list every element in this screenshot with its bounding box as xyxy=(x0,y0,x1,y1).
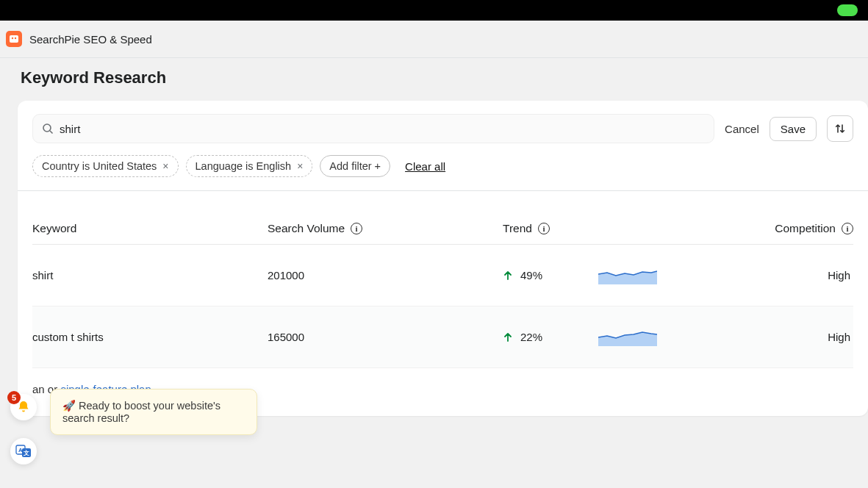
svg-rect-0 xyxy=(10,35,18,43)
add-filter-label: Add filter + xyxy=(329,160,381,172)
clear-all-link[interactable]: Clear all xyxy=(405,160,445,173)
app-header: SearchPie SEO & Speed xyxy=(0,21,868,58)
info-icon[interactable]: i xyxy=(351,223,362,234)
col-label: Competition xyxy=(775,222,836,235)
notification-bell-button[interactable]: 5 xyxy=(10,394,37,420)
table-row[interactable]: shirt 201000 49% High xyxy=(32,245,853,306)
col-label: Search Volume xyxy=(268,222,345,235)
filter-chip-country[interactable]: Country is United States × xyxy=(32,155,179,177)
add-filter-chip[interactable]: Add filter + xyxy=(320,155,390,177)
cell-sparkline xyxy=(598,326,745,348)
save-button[interactable]: Save xyxy=(770,117,817,141)
close-icon[interactable]: × xyxy=(162,160,168,172)
cell-trend: 22% xyxy=(503,331,598,343)
filter-chip-language[interactable]: Language is English × xyxy=(186,155,313,177)
results-table: Keyword Search Volume i Trend i Competit… xyxy=(32,213,853,368)
table-row[interactable]: custom t shirts 165000 22% High xyxy=(32,306,853,368)
filter-chip-label: Language is English xyxy=(196,160,292,172)
col-trend: Trend i xyxy=(503,222,598,235)
cell-search-volume: 201000 xyxy=(268,269,503,281)
cell-sparkline xyxy=(598,264,745,287)
page: Keyword Research Cancel Save Country is … xyxy=(0,58,868,416)
info-icon[interactable]: i xyxy=(842,223,853,234)
language-switch-button[interactable]: A 文 xyxy=(10,438,37,464)
cell-keyword: shirt xyxy=(32,269,268,281)
notification-count-badge: 5 xyxy=(7,391,21,404)
trend-pct: 49% xyxy=(520,269,542,281)
svg-line-4 xyxy=(50,131,53,134)
col-competition: Competition i xyxy=(745,222,853,235)
filter-bar: Country is United States × Language is E… xyxy=(32,143,853,190)
trend-pct: 22% xyxy=(520,331,542,343)
cancel-button[interactable]: Cancel xyxy=(725,123,759,135)
app-logo xyxy=(6,31,22,47)
status-pill xyxy=(837,4,858,16)
sparkline-icon xyxy=(598,326,657,346)
app-name: SearchPie SEO & Speed xyxy=(29,33,152,46)
cell-competition: High xyxy=(745,269,853,281)
sort-button[interactable] xyxy=(827,115,853,142)
filter-chip-label: Country is United States xyxy=(42,160,157,172)
upgrade-partial-suffix: an xyxy=(32,383,45,395)
boost-toast[interactable]: 🚀 Ready to boost your website's search r… xyxy=(50,389,257,435)
svg-point-3 xyxy=(43,124,51,132)
svg-point-2 xyxy=(15,37,16,39)
sparkline-icon xyxy=(598,264,657,284)
col-keyword: Keyword xyxy=(32,222,268,235)
arrow-up-icon xyxy=(503,332,513,342)
translate-icon: A 文 xyxy=(15,443,32,459)
search-icon xyxy=(42,123,54,134)
cell-search-volume: 165000 xyxy=(268,331,503,343)
close-icon[interactable]: × xyxy=(297,160,303,172)
os-topbar xyxy=(0,0,868,21)
page-title: Keyword Research xyxy=(21,68,847,87)
cell-keyword: custom t shirts xyxy=(32,331,268,343)
cell-trend: 49% xyxy=(503,269,598,281)
search-row: Cancel Save xyxy=(32,114,853,143)
main-card: Cancel Save Country is United States × L… xyxy=(18,101,868,416)
toast-text: 🚀 Ready to boost your website's search r… xyxy=(62,400,220,424)
col-search-volume: Search Volume i xyxy=(268,222,503,235)
svg-text:文: 文 xyxy=(23,450,29,456)
info-icon[interactable]: i xyxy=(538,223,550,234)
search-input[interactable] xyxy=(60,123,705,135)
table-header: Keyword Search Volume i Trend i Competit… xyxy=(32,213,853,245)
col-label: Keyword xyxy=(32,222,76,235)
sort-icon xyxy=(834,123,846,134)
col-label: Trend xyxy=(503,222,532,235)
arrow-up-icon xyxy=(503,270,513,281)
cell-competition: High xyxy=(745,331,853,343)
svg-point-1 xyxy=(12,37,13,39)
divider xyxy=(18,190,868,191)
search-wrap[interactable] xyxy=(32,114,714,143)
